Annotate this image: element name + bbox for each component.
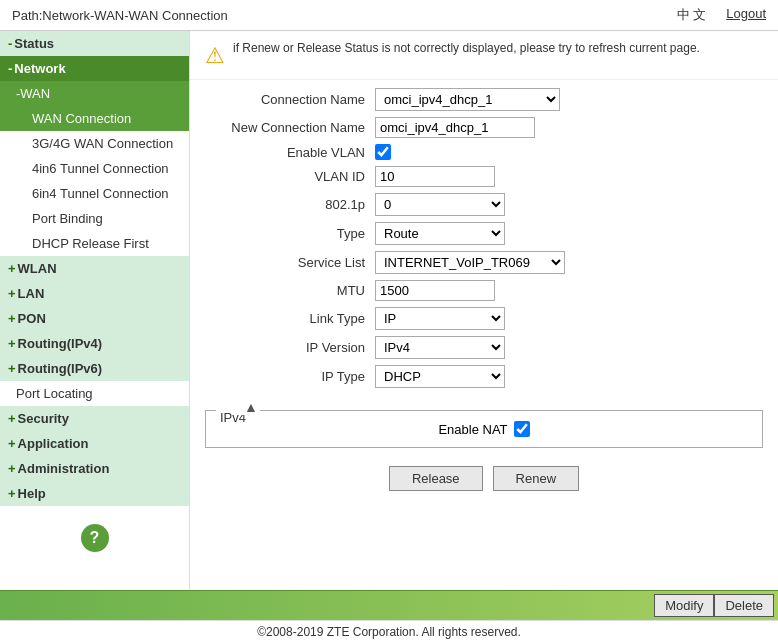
form-area: Connection Name omci_ipv4_dhcp_1 New Con…	[190, 80, 778, 402]
dot1p-label: 802.1p	[205, 197, 375, 212]
plus-icon-security: +	[8, 411, 16, 426]
service-list-row: Service List INTERNET_VoIP_TR069	[205, 251, 763, 274]
new-connection-name-row: New Connection Name	[205, 117, 763, 138]
enable-vlan-checkbox[interactable]	[375, 144, 391, 160]
help-section: ?	[0, 516, 189, 560]
top-bar: Path:Network-WAN-WAN Connection 中 文 Logo…	[0, 0, 778, 31]
sidebar-item-wlan[interactable]: +WLAN	[0, 256, 189, 281]
mtu-label: MTU	[205, 283, 375, 298]
ipv4-section: IPv4 ▲ Enable NAT	[205, 410, 763, 448]
dot1p-row: 802.1p 0123	[205, 193, 763, 216]
type-row: Type RouteBridge	[205, 222, 763, 245]
new-connection-name-label: New Connection Name	[205, 120, 375, 135]
warning-banner: ⚠ if Renew or Release Status is not corr…	[190, 31, 778, 80]
connection-name-row: Connection Name omci_ipv4_dhcp_1	[205, 88, 763, 111]
link-type-select[interactable]: IPPPPoE	[375, 307, 505, 330]
plus-icon-wlan: +	[8, 261, 16, 276]
enable-nat-checkbox[interactable]	[514, 421, 530, 437]
content-area: ⚠ if Renew or Release Status is not corr…	[190, 31, 778, 590]
language-switch[interactable]: 中 文	[677, 6, 707, 24]
sidebar-item-wan-connection[interactable]: WAN Connection	[0, 106, 189, 131]
plus-icon-lan: +	[8, 286, 16, 301]
sidebar-item-help[interactable]: +Help	[0, 481, 189, 506]
plus-icon-pon: +	[8, 311, 16, 326]
sidebar-item-wan[interactable]: -WAN	[0, 81, 189, 106]
enable-nat-label: Enable NAT	[438, 422, 507, 437]
plus-icon-admin: +	[8, 461, 16, 476]
ip-version-label: IP Version	[205, 340, 375, 355]
enable-nat-row: Enable NAT	[216, 417, 752, 441]
ip-type-label: IP Type	[205, 369, 375, 384]
warning-icon: ⚠	[205, 43, 225, 69]
sidebar-item-6in4[interactable]: 6in4 Tunnel Connection	[0, 181, 189, 206]
dot1p-select[interactable]: 0123	[375, 193, 505, 216]
vlan-id-input[interactable]	[375, 166, 495, 187]
sidebar-item-application[interactable]: +Application	[0, 431, 189, 456]
delete-button[interactable]: Delete	[714, 594, 774, 617]
help-circle-button[interactable]: ?	[81, 524, 109, 552]
service-list-select[interactable]: INTERNET_VoIP_TR069	[375, 251, 565, 274]
link-type-label: Link Type	[205, 311, 375, 326]
main-layout: -Status -Network -WAN WAN Connection 3G/…	[0, 31, 778, 590]
action-button-row: Release Renew	[190, 456, 778, 501]
breadcrumb: Path:Network-WAN-WAN Connection	[12, 8, 228, 23]
vlan-id-label: VLAN ID	[205, 169, 375, 184]
plus-icon-routing4: +	[8, 336, 16, 351]
sidebar-item-port-binding[interactable]: Port Binding	[0, 206, 189, 231]
ip-version-select[interactable]: IPv4IPv6	[375, 336, 505, 359]
sidebar-item-routing-ipv6[interactable]: +Routing(IPv6)	[0, 356, 189, 381]
plus-icon-routing6: +	[8, 361, 16, 376]
ip-version-row: IP Version IPv4IPv6	[205, 336, 763, 359]
renew-button[interactable]: Renew	[493, 466, 579, 491]
plus-icon-app: +	[8, 436, 16, 451]
minus-icon: -	[8, 36, 12, 51]
mtu-row: MTU	[205, 280, 763, 301]
type-select[interactable]: RouteBridge	[375, 222, 505, 245]
sidebar-item-pon[interactable]: +PON	[0, 306, 189, 331]
sidebar-item-port-locating[interactable]: Port Locating	[0, 381, 189, 406]
minus-icon-2: -	[8, 61, 12, 76]
logout-button[interactable]: Logout	[726, 6, 766, 24]
sidebar-item-status[interactable]: -Status	[0, 31, 189, 56]
sidebar-item-routing-ipv4[interactable]: +Routing(IPv4)	[0, 331, 189, 356]
ip-type-row: IP Type DHCPStatic	[205, 365, 763, 388]
connection-name-select[interactable]: omci_ipv4_dhcp_1	[375, 88, 560, 111]
footer: ©2008-2019 ZTE Corporation. All rights r…	[0, 620, 778, 643]
vlan-id-row: VLAN ID	[205, 166, 763, 187]
enable-vlan-label: Enable VLAN	[205, 145, 375, 160]
sidebar: -Status -Network -WAN WAN Connection 3G/…	[0, 31, 190, 590]
ipv4-collapse-button[interactable]: ▲	[242, 399, 260, 415]
bottom-bar: Modify Delete	[0, 590, 778, 620]
type-label: Type	[205, 226, 375, 241]
sidebar-item-security[interactable]: +Security	[0, 406, 189, 431]
warning-text: if Renew or Release Status is not correc…	[233, 41, 700, 55]
ip-type-select[interactable]: DHCPStatic	[375, 365, 505, 388]
modify-button[interactable]: Modify	[654, 594, 714, 617]
release-button[interactable]: Release	[389, 466, 483, 491]
sidebar-item-administration[interactable]: +Administration	[0, 456, 189, 481]
sidebar-item-lan[interactable]: +LAN	[0, 281, 189, 306]
new-connection-name-input[interactable]	[375, 117, 535, 138]
sidebar-item-3g4g[interactable]: 3G/4G WAN Connection	[0, 131, 189, 156]
sidebar-item-4in6[interactable]: 4in6 Tunnel Connection	[0, 156, 189, 181]
top-bar-right: 中 文 Logout	[677, 6, 766, 24]
plus-icon-help: +	[8, 486, 16, 501]
sidebar-item-network[interactable]: -Network	[0, 56, 189, 81]
service-list-label: Service List	[205, 255, 375, 270]
footer-text: ©2008-2019 ZTE Corporation. All rights r…	[257, 625, 521, 639]
link-type-row: Link Type IPPPPoE	[205, 307, 763, 330]
mtu-input[interactable]	[375, 280, 495, 301]
connection-name-label: Connection Name	[205, 92, 375, 107]
sidebar-item-dhcp-release[interactable]: DHCP Release First	[0, 231, 189, 256]
enable-vlan-row: Enable VLAN	[205, 144, 763, 160]
